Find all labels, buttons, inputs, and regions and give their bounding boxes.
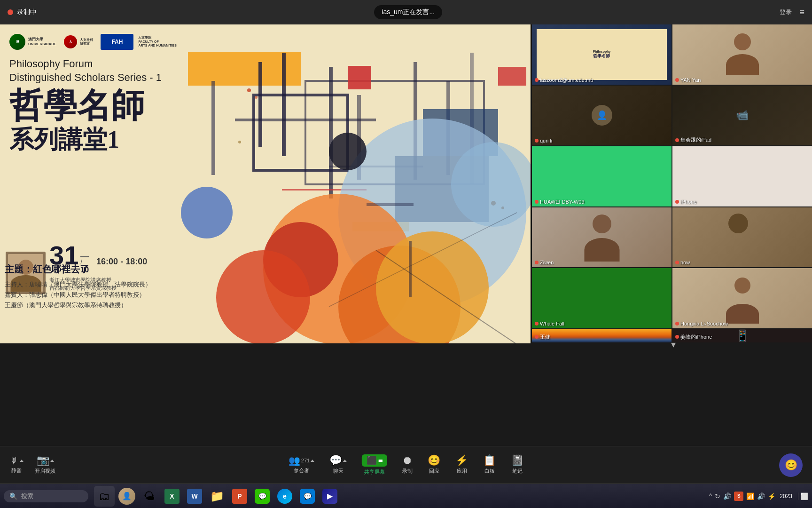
panelist1-line: 嘉賓人：張志偉（中國人民大學傑出學者特聘教授）: [5, 290, 527, 300]
svg-point-26: [181, 187, 233, 238]
reactions-icon: 😊: [428, 455, 440, 466]
record-button[interactable]: ⏺ 录制: [402, 455, 413, 475]
show-hidden-icon[interactable]: ^: [709, 492, 712, 500]
participant-tile-yanyan[interactable]: YAN Yan: [672, 24, 812, 85]
camera-icon: 📷: [37, 455, 49, 466]
taskbar-app-word[interactable]: W: [184, 486, 205, 507]
participants-icon: 👥: [289, 456, 300, 465]
participant-name-qunli: qun li: [535, 138, 552, 143]
participant-tile-how[interactable]: how: [672, 207, 812, 268]
mic-muted-icon-6: [675, 200, 679, 204]
mic-muted-icon-3: [535, 139, 539, 143]
fah-badge: FAH: [101, 34, 133, 50]
mic-muted-icon-2: [675, 78, 679, 82]
title-line1: Philosophy Forum: [9, 57, 244, 71]
share-arrow: [379, 460, 383, 462]
forum-title-english: Philosophy Forum Distinguished Scholars …: [9, 57, 244, 84]
search-label: 搜索: [21, 492, 33, 500]
mic-muted-icon-8: [675, 261, 679, 264]
volume-icon[interactable]: 🔊: [757, 492, 765, 500]
mic-label: 静音: [11, 467, 22, 474]
menu-button[interactable]: ≡: [799, 8, 804, 17]
taskbar-app-weather[interactable]: 🌤: [139, 486, 160, 507]
participant-tile-qunli[interactable]: 👤 qun li: [532, 86, 671, 146]
participant-tile-jiangfeng-iphone[interactable]: 📱 姜峰的iPhone: [672, 329, 812, 342]
svg-rect-2: [258, 62, 262, 147]
camera-button[interactable]: 📷 开启视频: [35, 455, 55, 475]
login-button[interactable]: 登录: [780, 8, 792, 16]
show-desktop-icon[interactable]: ⬜: [798, 492, 808, 500]
taskbar-app-media[interactable]: ▶: [320, 486, 340, 507]
power-icon: ⚡: [768, 492, 776, 500]
notes-icon: 📓: [511, 455, 523, 466]
chat-button[interactable]: 💬 聊天: [329, 455, 347, 475]
participants-button[interactable]: 👥 271 参会者: [289, 456, 314, 474]
participant-name-how: how: [675, 260, 690, 265]
mic-muted-icon-9: [535, 322, 539, 325]
mic-muted-icon-11: [535, 335, 539, 339]
share-screen-icon: ⬛: [367, 456, 377, 465]
presentation-slide: 澳 澳門大學 UNIVERSIDADE 人 人文社科 研究文 FAH: [0, 24, 532, 343]
whiteboard-icon: 📋: [483, 455, 496, 466]
participant-tile-iaszoom[interactable]: Philosophy 哲學名師 iaszoom2@um.edu.mb: [532, 24, 671, 85]
participant-name-whalefall: Whale Fall: [535, 321, 564, 326]
participant-tile-wangjian[interactable]: 王健: [532, 329, 671, 342]
taskbar-app-excel[interactable]: X: [162, 486, 182, 507]
mic-button[interactable]: 🎙 静音: [9, 456, 23, 474]
system-icons: ^ ↻ 🔊 S 📶 🔊 ⚡: [709, 492, 776, 501]
wifi-icon[interactable]: 📶: [746, 492, 754, 500]
mic-muted-icon: [535, 78, 539, 82]
taskbar-app-explorer[interactable]: 🗂: [94, 486, 115, 507]
taskbar-apps: 🗂 👤 🌤 X W 📁 P 💬 e: [90, 486, 707, 507]
taskbar-app-messenger[interactable]: 💬: [297, 486, 318, 507]
speaker-sys-icon[interactable]: 🔊: [723, 492, 731, 500]
svg-rect-19: [498, 67, 526, 86]
topic-section: 主題：紅色哪裡去了 主持人：唐曉晴（澳門大學法學院教授、法學院院長） 嘉賓人：張…: [5, 263, 527, 310]
um-logo-circle: 澳: [9, 34, 25, 50]
participant-name-yanyan: YAN Yan: [675, 77, 701, 83]
record-label: 录制: [402, 468, 413, 475]
ppt-tray-icon[interactable]: S: [734, 492, 743, 501]
svg-point-34: [491, 201, 496, 206]
whiteboard-button[interactable]: 📋 白板: [483, 455, 496, 475]
forum-title-zh-large: 哲學名師: [9, 89, 244, 123]
mic-muted-icon-10: [675, 322, 679, 325]
sync-icon: ↻: [715, 492, 720, 500]
participants-sidebar: Philosophy 哲學名師 iaszoom2@um.edu.mb YAN Y…: [532, 24, 812, 343]
participant-tile-hongxia[interactable]: Hongxia Li-Soochow: [672, 268, 812, 328]
taskbar-system-tray: ^ ↻ 🔊 S 📶 🔊 ⚡ 2023 ⬜: [709, 492, 808, 501]
taskbar-app-powerpoint[interactable]: P: [229, 486, 250, 507]
taskbar-app-account[interactable]: 👤: [117, 486, 137, 507]
reactions-label: 回应: [429, 468, 439, 475]
slide-text-content: Philosophy Forum Distinguished Scholars …: [9, 57, 244, 152]
participant-tile-ziwen[interactable]: Ziwen: [532, 207, 671, 268]
participant-tile-iphone1[interactable]: iPhone: [672, 146, 812, 206]
taskbar-app-wechat[interactable]: 💬: [252, 486, 273, 507]
participant-name-iphone1: iPhone: [675, 199, 696, 205]
mic-muted-icon-4: [675, 138, 679, 142]
fah-logo: FAH 人文學院 FACULTY OF ARTS AND HUMANITIES: [101, 33, 176, 51]
taskbar-app-edge[interactable]: e: [274, 486, 295, 507]
svg-point-27: [329, 133, 367, 170]
taskbar-search[interactable]: 🔍 搜索: [4, 490, 88, 502]
toolbar-right: 😊: [779, 453, 803, 477]
svg-rect-37: [367, 203, 414, 206]
apps-button[interactable]: ⚡ 应用: [455, 455, 468, 475]
participant-name-ziwen: Ziwen: [535, 260, 554, 265]
sidebar-scroll-down[interactable]: ▾: [671, 339, 676, 350]
reactions-button[interactable]: 😊 回应: [428, 455, 440, 475]
panelist2-line: 王慶節（澳門大學哲學與宗教學系特聘教授）: [5, 300, 527, 310]
share-screen-button[interactable]: ⬛ 共享屏幕: [362, 454, 387, 476]
participant-tile-meeting-ipad[interactable]: 📹 集会跟的iPad: [672, 86, 812, 146]
taskbar-app-files[interactable]: 📁: [207, 486, 227, 507]
participant-tile-huawei[interactable]: HUAWEI DBY-W09: [532, 146, 671, 206]
notes-button[interactable]: 📓 笔记: [511, 455, 523, 475]
top-right-controls: 登录 ≡: [780, 8, 804, 17]
apps-label: 应用: [457, 468, 467, 475]
end-meeting-button[interactable]: 😊: [779, 453, 803, 477]
mic-muted-icon-7: [535, 261, 539, 264]
bottom-toolbar: 🎙 静音 📷 开启视频 👥 271 参会者 💬: [0, 446, 812, 484]
svg-rect-5: [329, 67, 333, 198]
participant-tile-whalefall[interactable]: Whale Fall: [532, 268, 671, 328]
topic-title: 主題：紅色哪裡去了: [5, 263, 527, 276]
